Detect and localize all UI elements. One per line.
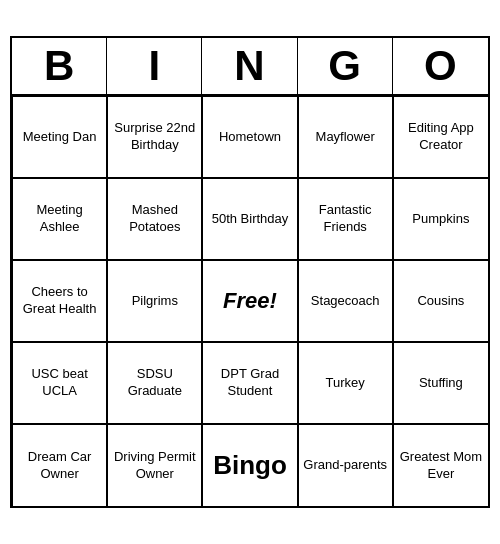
bingo-cell-2: Hometown: [202, 96, 297, 178]
bingo-cell-0: Meeting Dan: [12, 96, 107, 178]
bingo-cell-13: Stagecoach: [298, 260, 393, 342]
bingo-cell-19: Stuffing: [393, 342, 488, 424]
bingo-cell-3: Mayflower: [298, 96, 393, 178]
bingo-cell-5: Meeting Ashlee: [12, 178, 107, 260]
bingo-cell-6: Mashed Potatoes: [107, 178, 202, 260]
bingo-cell-20: Dream Car Owner: [12, 424, 107, 506]
bingo-cell-8: Fantastic Friends: [298, 178, 393, 260]
bingo-cell-22: Bingo: [202, 424, 297, 506]
bingo-cell-11: Pilgrims: [107, 260, 202, 342]
bingo-cell-12: Free!: [202, 260, 297, 342]
bingo-cell-16: SDSU Graduate: [107, 342, 202, 424]
bingo-cell-7: 50th Birthday: [202, 178, 297, 260]
bingo-grid: Meeting DanSurprise 22nd BirthdayHometow…: [12, 96, 488, 506]
bingo-cell-1: Surprise 22nd Birthday: [107, 96, 202, 178]
bingo-card: BINGO Meeting DanSurprise 22nd BirthdayH…: [10, 36, 490, 508]
bingo-letter-b: B: [12, 38, 107, 94]
bingo-cell-18: Turkey: [298, 342, 393, 424]
bingo-letter-i: I: [107, 38, 202, 94]
bingo-header: BINGO: [12, 38, 488, 96]
bingo-cell-23: Grand-parents: [298, 424, 393, 506]
bingo-letter-o: O: [393, 38, 488, 94]
bingo-letter-n: N: [202, 38, 297, 94]
bingo-letter-g: G: [298, 38, 393, 94]
bingo-cell-9: Pumpkins: [393, 178, 488, 260]
bingo-cell-14: Cousins: [393, 260, 488, 342]
bingo-cell-17: DPT Grad Student: [202, 342, 297, 424]
bingo-cell-10: Cheers to Great Health: [12, 260, 107, 342]
bingo-cell-15: USC beat UCLA: [12, 342, 107, 424]
bingo-cell-4: Editing App Creator: [393, 96, 488, 178]
bingo-cell-24: Greatest Mom Ever: [393, 424, 488, 506]
bingo-cell-21: Driving Permit Owner: [107, 424, 202, 506]
